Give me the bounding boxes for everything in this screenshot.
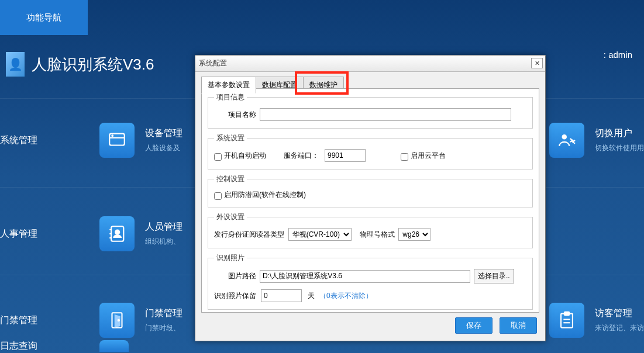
group-photo: 识别照片 图片路径 选择目录.. 识别照片保留 天 （0表示不清除） — [208, 253, 533, 310]
port-label: 服务端口： — [284, 151, 319, 161]
antipassback-checkbox[interactable] — [214, 192, 222, 200]
nav-tab[interactable]: 功能导航 — [0, 0, 88, 35]
wiegand-select[interactable]: wg26 — [398, 228, 431, 241]
group-control: 控制设置 启用防潜回(软件在线控制) — [208, 174, 533, 207]
section-label: 人事管理 — [0, 228, 41, 240]
autostart-checkbox[interactable] — [214, 153, 222, 161]
tile-title: 访客管理 — [595, 307, 644, 320]
svg-point-2 — [112, 135, 113, 136]
legend: 系统设置 — [214, 133, 247, 143]
tile-sub: 组织机构、 — [145, 237, 182, 247]
section-label: 系统管理 — [0, 134, 41, 147]
tile-access-manage[interactable]: 门禁管理门禁时段、 — [99, 303, 182, 338]
keep-hint: （0表示不清除） — [319, 291, 373, 301]
legend: 识别照片 — [214, 253, 247, 263]
tab-panel-basic: 项目信息 项目名称 系统设置 开机自动启动 服务端口： 启用云平台 控制设置 — [201, 88, 539, 313]
tile-sub: 人脸设备及 — [145, 143, 182, 153]
tile-sub: 切换软件使用用 — [595, 143, 644, 153]
tile-switch-user[interactable]: 切换用户切换软件使用用 — [549, 123, 644, 158]
tile-sub: 来访登记、来访 — [595, 323, 644, 333]
label-project-name: 项目名称 — [214, 110, 256, 120]
tile-device-manage[interactable]: 设备管理人脸设备及 — [99, 123, 182, 158]
svg-point-5 — [115, 230, 119, 234]
path-label: 图片路径 — [214, 271, 256, 281]
day-unit: 天 — [308, 291, 315, 301]
dialog-buttons: 保存 取消 — [450, 317, 537, 334]
save-button[interactable]: 保存 — [455, 317, 493, 334]
keep-label: 识别照片保留 — [214, 291, 256, 301]
current-user: : admin — [604, 50, 632, 60]
reader-type-label: 发行身份证阅读器类型 — [214, 230, 284, 240]
close-button[interactable]: ✕ — [531, 58, 543, 68]
avatar: 👤 — [6, 52, 25, 77]
contacts-icon — [99, 216, 135, 251]
choose-dir-button[interactable]: 选择目录.. — [474, 269, 514, 283]
tile-title: 切换用户 — [595, 127, 644, 140]
cloud-checkbox[interactable] — [401, 153, 408, 161]
tile-sub: 门禁时段、 — [145, 323, 182, 333]
wiegand-label: 物理号格式 — [360, 230, 395, 240]
group-system: 系统设置 开机自动启动 服务端口： 启用云平台 — [208, 133, 533, 169]
svg-point-10 — [118, 320, 119, 321]
cloud-label: 启用云平台 — [411, 151, 446, 161]
tab-basic[interactable]: 基本参数设置 — [201, 77, 256, 94]
port-input[interactable] — [325, 149, 366, 162]
tile-title: 人员管理 — [145, 221, 182, 233]
autostart-label: 开机自动启动 — [224, 151, 266, 161]
legend: 外设设置 — [214, 212, 247, 222]
reader-type-select[interactable]: 华视(CVR-100) — [288, 228, 352, 241]
section-label: 门禁管理 — [0, 314, 41, 327]
svg-rect-12 — [564, 312, 570, 316]
project-name-input[interactable] — [260, 108, 511, 121]
legend: 控制设置 — [214, 174, 247, 184]
log-icon — [99, 340, 129, 352]
dialog-title: 系统配置 — [199, 58, 227, 68]
path-input[interactable] — [260, 270, 470, 283]
group-peripheral: 外设设置 发行身份证阅读器类型 华视(CVR-100) 物理号格式 wg26 — [208, 212, 533, 248]
app-title: 人脸识别系统V3.6 — [32, 54, 154, 75]
legend: 项目信息 — [214, 92, 247, 102]
svg-point-3 — [562, 134, 567, 140]
tile-visitor[interactable]: 访客管理来访登记、来访 — [549, 303, 644, 338]
tile-person-manage[interactable]: 人员管理组织机构、 — [99, 216, 182, 251]
antipassback-label: 启用防潜回(软件在线控制) — [224, 190, 306, 200]
dialog-title-bar[interactable]: 系统配置 ✕ — [195, 56, 545, 72]
section-label: 日志查询 — [0, 340, 41, 352]
keep-days-input[interactable] — [261, 289, 302, 302]
device-icon — [99, 123, 135, 158]
visitor-icon — [549, 303, 584, 338]
tile-title: 设备管理 — [145, 127, 182, 140]
cancel-button[interactable]: 取消 — [500, 317, 537, 334]
tile-log[interactable] — [99, 340, 129, 352]
switch-user-icon — [549, 123, 584, 158]
tile-title: 门禁管理 — [145, 307, 182, 320]
group-project: 项目信息 项目名称 — [208, 92, 533, 129]
door-icon — [99, 303, 135, 338]
system-config-dialog: 系统配置 ✕ 基本参数设置 数据库配置 数据维护 项目信息 项目名称 系统设置 … — [195, 55, 546, 341]
